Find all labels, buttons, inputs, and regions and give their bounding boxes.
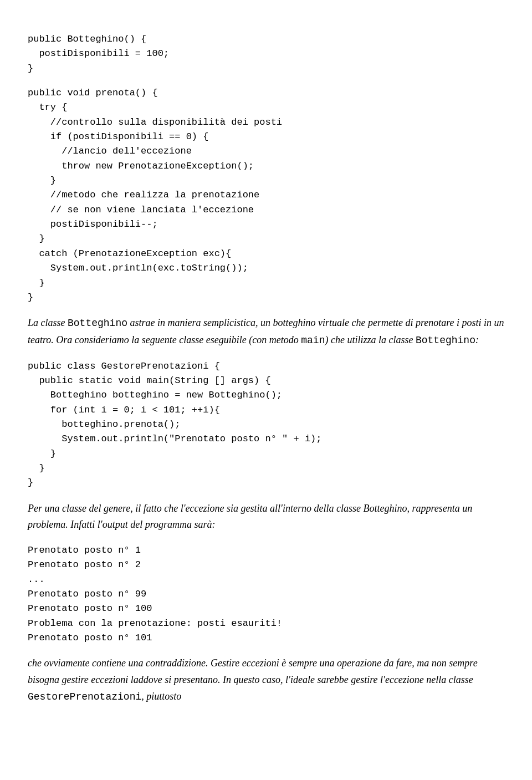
code-block-3: public class GestorePrenotazioni { publi… xyxy=(28,359,504,491)
botteghino-ref-2: Botteghino xyxy=(416,335,475,346)
botteghino-ref-1: Botteghino xyxy=(68,318,127,329)
code-block-2: public void prenota() { try { //controll… xyxy=(28,86,504,305)
main-ref: main xyxy=(301,335,325,346)
prose-2: Per una classe del genere, il fatto che … xyxy=(28,501,504,533)
prose-3: che ovviamente contiene una contraddizio… xyxy=(28,655,504,705)
code-block-1: public Botteghino() { postiDisponibili =… xyxy=(28,32,504,76)
gestoreprenotazioni-ref: GestorePrenotazioni xyxy=(28,691,141,702)
code-block-4: Prenotato posto n° 1 Prenotato posto n° … xyxy=(28,543,504,645)
prose-1: La classe Botteghino astrae in maniera s… xyxy=(28,315,504,349)
